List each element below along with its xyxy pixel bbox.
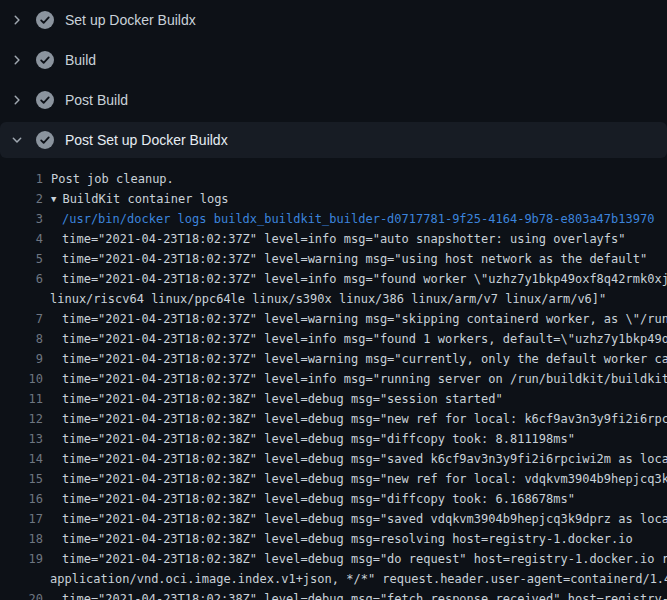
check-icon (36, 91, 54, 109)
log-line-number[interactable]: 5 (0, 249, 43, 269)
log-line-number[interactable]: 8 (0, 329, 43, 349)
check-circle-icon (36, 51, 54, 69)
log-line-text: application/vnd.oci.image.index.v1+json,… (50, 569, 667, 589)
log-line-text: time="2021-04-23T18:02:38Z" level=debug … (62, 509, 667, 529)
log-line-number[interactable]: 3 (0, 209, 43, 229)
log-row: 17 time="2021-04-23T18:02:38Z" level=deb… (0, 509, 667, 529)
chevron-right-icon (10, 13, 24, 27)
chevron-right-icon (10, 53, 24, 67)
log-line-number[interactable]: 2 (0, 189, 43, 209)
step-label: Post Build (65, 92, 128, 108)
log-row: 9 time="2021-04-23T18:02:37Z" level=warn… (0, 349, 667, 369)
log-row: 5 time="2021-04-23T18:02:37Z" level=warn… (0, 249, 667, 269)
check-icon (36, 11, 54, 29)
log-line-text: linux/riscv64 linux/ppc64le linux/s390x … (50, 289, 606, 309)
log-line-text: time="2021-04-23T18:02:37Z" level=warnin… (62, 309, 667, 329)
log-row: 11 time="2021-04-23T18:02:38Z" level=deb… (0, 389, 667, 409)
log-row: linux/riscv64 linux/ppc64le linux/s390x … (0, 289, 667, 309)
log-row: 18 time="2021-04-23T18:02:38Z" level=deb… (0, 529, 667, 549)
step-label: Post Set up Docker Buildx (65, 132, 228, 148)
log-line-number[interactable] (0, 569, 43, 589)
log-line-number[interactable]: 13 (0, 429, 43, 449)
log-row: 10 time="2021-04-23T18:02:37Z" level=inf… (0, 369, 667, 389)
check-icon (36, 51, 54, 69)
chevron-icon[interactable] (8, 92, 26, 108)
log-line-text: time="2021-04-23T18:02:38Z" level=debug … (62, 589, 667, 600)
log-line-number[interactable]: 7 (0, 309, 43, 329)
log-row: 14 time="2021-04-23T18:02:38Z" level=deb… (0, 449, 667, 469)
step-post-build[interactable]: Post Build (0, 80, 667, 120)
log-line-number[interactable]: 14 (0, 449, 43, 469)
log-line-number[interactable]: 6 (0, 269, 43, 289)
log-row: 7 time="2021-04-23T18:02:37Z" level=warn… (0, 309, 667, 329)
log-row: 3 /usr/bin/docker logs buildx_buildkit_b… (0, 209, 667, 229)
log-line-number[interactable]: 10 (0, 369, 43, 389)
steps-list: Set up Docker Buildx Build Post Build Po… (0, 0, 667, 158)
check-circle-icon (36, 131, 54, 149)
log-line-number[interactable]: 1 (0, 169, 43, 189)
log-row: 2 ▼BuildKit container logs (0, 189, 667, 209)
log-line-text: time="2021-04-23T18:02:38Z" level=debug … (62, 449, 667, 469)
log-row: 1 Post job cleanup. (0, 169, 667, 189)
chevron-right-icon (10, 93, 24, 107)
group-toggle-icon[interactable]: ▼ (51, 189, 56, 209)
log-line-text: Post job cleanup. (51, 169, 174, 189)
log-line-number[interactable]: 15 (0, 469, 43, 489)
actions-log-viewer: Set up Docker Buildx Build Post Build Po… (0, 0, 667, 600)
log-row: 6 time="2021-04-23T18:02:37Z" level=info… (0, 269, 667, 289)
step-post-set-up-docker-buildx[interactable]: Post Set up Docker Buildx (0, 122, 667, 158)
log-line-number[interactable]: 11 (0, 389, 43, 409)
log-line-text: time="2021-04-23T18:02:38Z" level=debug … (62, 549, 667, 569)
log-line-number[interactable]: 12 (0, 409, 43, 429)
log-line-text: time="2021-04-23T18:02:37Z" level=info m… (62, 329, 667, 349)
log-row: 13 time="2021-04-23T18:02:38Z" level=deb… (0, 429, 667, 449)
log-line-number[interactable] (0, 289, 43, 309)
log-row: 8 time="2021-04-23T18:02:37Z" level=info… (0, 329, 667, 349)
step-build[interactable]: Build (0, 40, 667, 80)
log-row: 16 time="2021-04-23T18:02:38Z" level=deb… (0, 489, 667, 509)
log-line-text: time="2021-04-23T18:02:38Z" level=debug … (62, 529, 633, 549)
chevron-icon[interactable] (8, 132, 26, 148)
log-line-text: time="2021-04-23T18:02:38Z" level=debug … (62, 489, 575, 509)
log-row: 19 time="2021-04-23T18:02:38Z" level=deb… (0, 549, 667, 569)
log-line-text: time="2021-04-23T18:02:37Z" level=info m… (62, 269, 667, 289)
log-line-number[interactable]: 20 (0, 589, 43, 600)
chevron-icon[interactable] (8, 52, 26, 68)
step-label: Set up Docker Buildx (65, 12, 196, 28)
log-row: application/vnd.oci.image.index.v1+json,… (0, 569, 667, 589)
check-circle-icon (36, 11, 54, 29)
log-line-text: time="2021-04-23T18:02:38Z" level=debug … (62, 429, 575, 449)
check-circle-icon (36, 91, 54, 109)
log-line-text: time="2021-04-23T18:02:37Z" level=info m… (62, 229, 626, 249)
log-line-number[interactable]: 18 (0, 529, 43, 549)
log-line-number[interactable]: 9 (0, 349, 43, 369)
step-label: Build (65, 52, 96, 68)
log-line-text: time="2021-04-23T18:02:37Z" level=warnin… (62, 349, 667, 369)
log-line-number[interactable]: 17 (0, 509, 43, 529)
chevron-icon[interactable] (8, 12, 26, 28)
log-line-text: ▼BuildKit container logs (51, 189, 229, 209)
log-line-number[interactable]: 16 (0, 489, 43, 509)
log-row: 12 time="2021-04-23T18:02:38Z" level=deb… (0, 409, 667, 429)
log-line-number[interactable]: 19 (0, 549, 43, 569)
chevron-down-icon (10, 133, 24, 147)
log-line-text: time="2021-04-23T18:02:38Z" level=debug … (62, 389, 503, 409)
log-row: 4 time="2021-04-23T18:02:37Z" level=info… (0, 229, 667, 249)
log-line-text: time="2021-04-23T18:02:38Z" level=debug … (62, 469, 667, 489)
check-icon (36, 131, 54, 149)
log-line-text: time="2021-04-23T18:02:37Z" level=info m… (62, 369, 667, 389)
log-panel: 1 Post job cleanup. 2 ▼BuildKit containe… (0, 158, 667, 600)
log-line-number[interactable]: 4 (0, 229, 43, 249)
log-row: 20 time="2021-04-23T18:02:38Z" level=deb… (0, 589, 667, 600)
log-line-text: time="2021-04-23T18:02:38Z" level=debug … (62, 409, 667, 429)
step-set-up-docker-buildx[interactable]: Set up Docker Buildx (0, 0, 667, 40)
log-line-text: time="2021-04-23T18:02:37Z" level=warnin… (62, 249, 647, 269)
log-row: 15 time="2021-04-23T18:02:38Z" level=deb… (0, 469, 667, 489)
log-line-text: /usr/bin/docker logs buildx_buildkit_bui… (62, 209, 654, 229)
